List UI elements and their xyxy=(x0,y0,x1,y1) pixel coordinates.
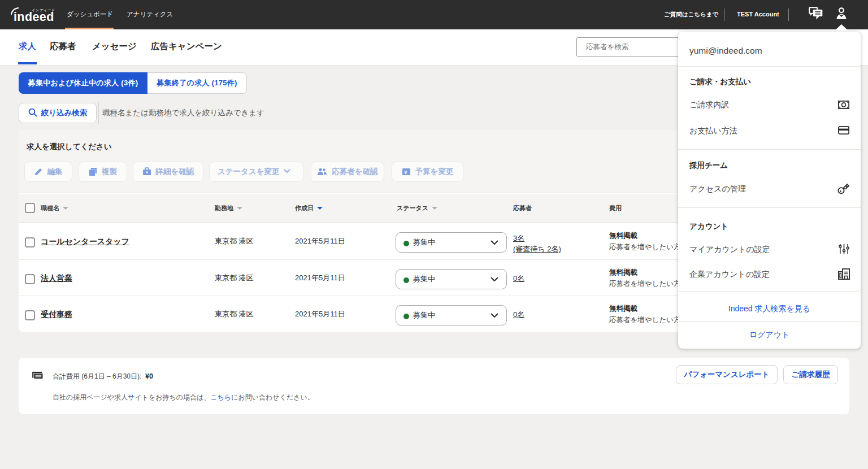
svg-text:インディード: インディード xyxy=(32,8,55,12)
svg-text:¥: ¥ xyxy=(404,169,407,175)
svg-text:indeed: indeed xyxy=(14,10,54,24)
